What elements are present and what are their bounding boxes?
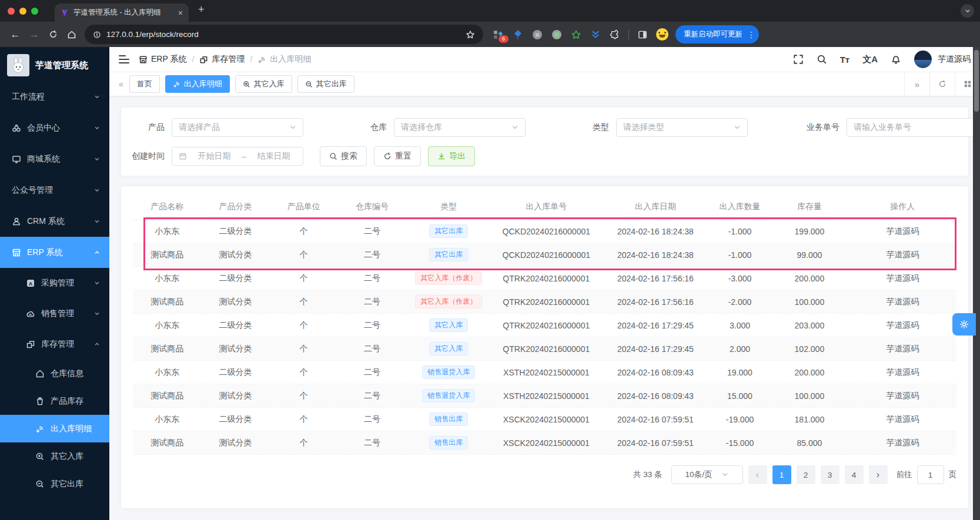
side-panel-icon[interactable] bbox=[637, 29, 648, 41]
warehouse-select[interactable]: 请选择仓库 bbox=[394, 118, 526, 137]
translate-icon[interactable]: 文A bbox=[862, 54, 878, 65]
bizno-input[interactable]: 请输入业务单号 bbox=[847, 118, 978, 137]
tags-scroll-left-icon[interactable]: « bbox=[113, 79, 129, 89]
theme-settings-button[interactable] bbox=[952, 313, 976, 336]
collapse-menu-icon[interactable] bbox=[119, 55, 129, 63]
goto-page-input[interactable]: 1 bbox=[917, 465, 944, 484]
search-button[interactable]: 搜索 bbox=[320, 146, 367, 166]
table-row[interactable]: 小东东二级分类个二号其它入库（作废）QTRK202402160000012024… bbox=[133, 267, 956, 290]
sidebar-item-crm[interactable]: CRM 系统 bbox=[0, 206, 109, 237]
table-row[interactable]: 测试商品测试分类个二号销售出库XSCK202402150000012024-02… bbox=[133, 431, 956, 455]
sidebar-item-mall[interactable]: 商城系统 bbox=[0, 143, 109, 175]
sidebar-item-workflow[interactable]: 工作流程 bbox=[0, 81, 109, 112]
tags-scroll-right-icon[interactable]: » bbox=[904, 72, 929, 96]
username[interactable]: 芋道源码 bbox=[938, 54, 971, 65]
fullscreen-icon[interactable] bbox=[793, 54, 804, 65]
bookmark-star-icon[interactable] bbox=[466, 30, 475, 39]
browser-tab[interactable]: 芋道管理系统 - 出入库明细 × bbox=[55, 4, 189, 22]
extension-green-star-icon[interactable] bbox=[570, 29, 582, 41]
chevron-down-icon bbox=[94, 280, 100, 286]
stock-cell: 200.000 bbox=[770, 274, 848, 283]
table-row[interactable]: 小东东二级分类个二号销售退货入库XSTH202402150000012024-0… bbox=[133, 361, 956, 384]
extension-gray-circle-icon[interactable]: ⌘ bbox=[531, 29, 543, 41]
forward-icon[interactable]: → bbox=[25, 25, 44, 44]
page-button-3[interactable]: 3 bbox=[821, 465, 839, 484]
sidebar-item-label: 库存管理 bbox=[41, 339, 74, 350]
type-select[interactable]: 请选择类型 bbox=[616, 118, 748, 137]
user-avatar[interactable] bbox=[914, 51, 932, 68]
reset-button[interactable]: 重置 bbox=[374, 146, 421, 166]
export-button-label: 导出 bbox=[449, 151, 466, 162]
app-logo-row[interactable]: 芋道管理系统 bbox=[0, 47, 109, 80]
profile-avatar-icon[interactable] bbox=[656, 28, 668, 41]
font-size-icon[interactable]: Tт bbox=[840, 55, 850, 65]
window-zoom-button[interactable] bbox=[31, 8, 38, 15]
table-row[interactable]: 小东东二级分类个二号销售出库XSCK202402150000012024-02-… bbox=[133, 408, 956, 431]
sidebar-item-mp[interactable]: 公众号管理 bbox=[0, 175, 109, 206]
sidebar-item-sales[interactable]: 销售管理 bbox=[0, 298, 109, 329]
breadcrumb-item[interactable]: ERP 系统 bbox=[139, 54, 186, 65]
tab-其它入库[interactable]: 其它入库 bbox=[235, 75, 292, 93]
prev-page-button[interactable]: ‹ bbox=[748, 465, 767, 484]
sidebar-item-erp[interactable]: ERP 系统 bbox=[0, 237, 109, 268]
sidebar-item-stock[interactable]: 库存管理 bbox=[0, 329, 109, 360]
sidebar-item-stock-record[interactable]: 出入库明细 bbox=[0, 415, 109, 442]
scrollbar-thumb[interactable] bbox=[974, 50, 979, 112]
sidebar-item-other-out[interactable]: 其它出库 bbox=[0, 470, 109, 498]
browser-menu-kebab-icon[interactable]: ⋮ bbox=[747, 31, 755, 39]
export-button[interactable]: 导出 bbox=[428, 146, 475, 166]
window-scrollbar[interactable] bbox=[973, 47, 980, 520]
breadcrumb-item[interactable]: 库存管理 bbox=[199, 54, 245, 65]
page-button-4[interactable]: 4 bbox=[845, 465, 864, 484]
date-range-picker[interactable]: 开始日期 – 结束日期 bbox=[172, 147, 303, 166]
table-row[interactable]: 测试商品测试分类个二号其它入库（作废）QTRK20240216000001202… bbox=[133, 290, 956, 314]
page-button-2[interactable]: 2 bbox=[797, 465, 815, 484]
browser-update-button[interactable]: 重新启动即可更新 ⋮ bbox=[675, 25, 759, 43]
window-minimize-button[interactable] bbox=[19, 8, 26, 15]
search-icon[interactable] bbox=[817, 54, 827, 65]
extension-green-dot-icon[interactable] bbox=[551, 29, 563, 41]
new-tab-button[interactable]: + bbox=[198, 4, 205, 18]
table-row[interactable]: 小东东二级分类个二号其它入库QTRK202402160000012024-02-… bbox=[133, 314, 956, 337]
sidebar-item-product-stock[interactable]: 产品库存 bbox=[0, 387, 109, 415]
page-size-select[interactable]: 10条/页 bbox=[671, 465, 743, 484]
table-row[interactable]: 小东东二级分类个二号其它出库QCKD202402160000012024-02-… bbox=[133, 220, 956, 243]
extensions-puzzle-icon[interactable] bbox=[609, 29, 621, 41]
signal-icon bbox=[35, 424, 45, 434]
warehouse-cell: 二号 bbox=[338, 414, 406, 425]
sidebar-item-label: 商城系统 bbox=[27, 154, 60, 165]
page-button-1[interactable]: 1 bbox=[772, 465, 791, 484]
unit-cell: 个 bbox=[270, 250, 338, 260]
back-icon[interactable]: ← bbox=[6, 25, 25, 44]
type-badge: 其它入库（作废） bbox=[415, 295, 482, 308]
sidebar-item-warehouse-info[interactable]: 仓库信息 bbox=[0, 360, 109, 387]
close-tab-icon[interactable]: × bbox=[178, 8, 183, 18]
table-row[interactable]: 测试商品测试分类个二号其它入库QTRK202402160000012024-02… bbox=[133, 337, 956, 361]
tab-其它出库[interactable]: 其它出库 bbox=[297, 75, 354, 93]
extension-double-chevron-icon[interactable] bbox=[590, 29, 601, 41]
tab-出入库明细[interactable]: 出入库明细 bbox=[165, 75, 230, 93]
next-page-button[interactable]: › bbox=[869, 465, 888, 484]
sidebar-item-member[interactable]: 会员中心 bbox=[0, 112, 109, 143]
table-row[interactable]: 测试商品测试分类个二号其它出库QCKD202402160000012024-02… bbox=[133, 243, 956, 267]
table-row[interactable]: 测试商品测试分类个二号销售退货入库XSTH202402150000012024-… bbox=[133, 384, 956, 408]
sidebar-item-purchase[interactable]: 采购管理 bbox=[0, 268, 109, 298]
cplus-icon bbox=[35, 452, 45, 461]
tab-首页[interactable]: 首页 bbox=[129, 75, 160, 93]
notification-bell-icon[interactable] bbox=[891, 54, 901, 65]
window-close-button[interactable] bbox=[8, 8, 15, 15]
stock-record-table: 产品名称产品分类产品单位仓库编号类型出入库单号出入库日期出入库数量库存量操作人 … bbox=[133, 194, 956, 455]
site-info-icon[interactable] bbox=[93, 31, 101, 39]
chevron-up-icon bbox=[94, 250, 100, 256]
home-icon[interactable] bbox=[62, 25, 81, 44]
extension-kite-icon[interactable] bbox=[512, 29, 524, 41]
address-bar[interactable]: 127.0.0.1/erp/stock/record bbox=[85, 25, 483, 44]
tags-refresh-icon[interactable] bbox=[929, 72, 955, 96]
boxes-icon bbox=[26, 340, 35, 349]
sidebar-item-other-in[interactable]: 其它入库 bbox=[0, 442, 109, 470]
category-cell: 测试分类 bbox=[201, 297, 269, 307]
extension-adblock-icon[interactable]: 6 bbox=[493, 29, 504, 41]
product-select[interactable]: 请选择产品 bbox=[172, 118, 303, 137]
reload-icon[interactable] bbox=[44, 25, 62, 44]
tab-search-caret-icon[interactable] bbox=[961, 4, 974, 18]
